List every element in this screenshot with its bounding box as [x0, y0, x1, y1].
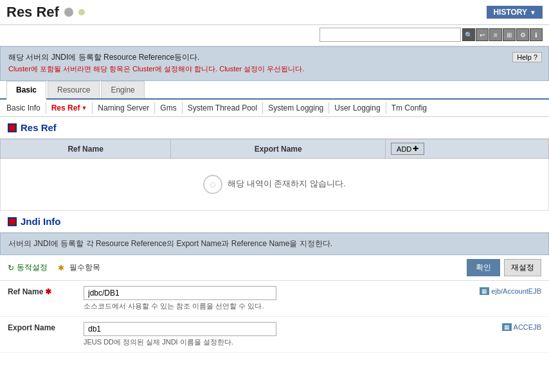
- sub-nav: Basic Info Res Ref ▼ Naming Server Gms S…: [0, 100, 549, 117]
- col-export-name: Export Name: [171, 139, 386, 159]
- ref-name-input-area: 소스코드에서 사용할 수 있는 참조 이름을 선언할 수 있다.: [84, 285, 433, 312]
- dynamic-label: 동적설정: [17, 262, 48, 273]
- jndi-info-bar: 서버의 JNDI에 등록할 각 Resource Reference의 Expo…: [0, 233, 549, 255]
- export-name-side-link[interactable]: ▦ ACCEJB: [502, 323, 541, 331]
- search-input[interactable]: [320, 28, 461, 42]
- info-line2: Cluster에 포함될 서버라면 해당 항목은 Cluster에 설정해야 합…: [8, 64, 541, 74]
- dot-icon-1: [64, 8, 73, 17]
- jndi-icon: [8, 217, 17, 226]
- res-ref-table: Ref Name Export Name ADD ✚ ○ 해: [0, 139, 549, 211]
- subnav-system-thread-pool[interactable]: System Thread Pool: [183, 102, 264, 114]
- empty-text: 해당 내역이 존재하지 않습니다.: [228, 179, 345, 188]
- header-right: HISTORY ▼: [487, 6, 543, 19]
- subnav-naming-server[interactable]: Naming Server: [93, 102, 155, 114]
- subnav-arrow-icon: ▼: [81, 105, 87, 111]
- grid-icon[interactable]: ⊞: [503, 28, 516, 41]
- form-toolbar-left: ↻ 동적설정 ✱ 필수항목: [8, 262, 100, 273]
- subnav-basic-info[interactable]: Basic Info: [6, 102, 46, 114]
- res-ref-section: Res Ref Ref Name Export Name ADD ✚: [0, 117, 549, 211]
- refresh-icon[interactable]: ↩: [476, 28, 489, 41]
- jndi-title: Jndi Info: [21, 216, 61, 227]
- refresh-small-icon: ↻: [8, 263, 14, 272]
- header: Res Ref HISTORY ▼: [0, 0, 549, 25]
- export-name-label: Export Name: [0, 321, 84, 335]
- ref-name-label: Ref Name ✱: [0, 285, 84, 299]
- ref-name-hint: 소스코드에서 사용할 수 있는 참조 이름을 선언할 수 있다.: [84, 301, 433, 311]
- tab-engine[interactable]: Engine: [101, 81, 144, 98]
- history-label: HISTORY: [493, 8, 527, 17]
- export-name-hint: JEUS DD에 정의된 실제 JNDI 이름을 설정한다.: [84, 337, 433, 347]
- subnav-res-ref[interactable]: Res Ref ▼: [46, 102, 93, 114]
- info-banner: Help ? 해당 서버의 JNDI에 등록할 Resource Referen…: [0, 46, 549, 81]
- list-icon[interactable]: ≡: [489, 28, 502, 41]
- form-toolbar-right: 확인 재설정: [467, 259, 541, 276]
- dot-icon-2: [78, 9, 85, 15]
- subnav-user-logging[interactable]: User Logging: [329, 102, 386, 114]
- ref-name-required-icon: ✱: [45, 287, 51, 296]
- export-name-label-text: Export Name: [8, 323, 55, 332]
- tab-resource[interactable]: Resource: [48, 81, 100, 98]
- col-ref-name: Ref Name: [1, 139, 171, 159]
- reset-button[interactable]: 재설정: [504, 259, 541, 276]
- tab-bar: Basic Resource Engine: [0, 81, 549, 100]
- jndi-section: Jndi Info 서버의 JNDI에 등록할 각 Resource Refer…: [0, 211, 549, 353]
- required-icon: ✱: [58, 263, 64, 272]
- form-row-export-name: Export Name JEUS DD에 정의된 실제 JNDI 이름을 설정한…: [0, 317, 549, 353]
- ref-name-side: ▦ ejb/AccountEJB: [433, 285, 549, 295]
- export-name-input-area: JEUS DD에 정의된 실제 JNDI 이름을 설정한다.: [84, 321, 433, 348]
- info-icon[interactable]: ℹ: [530, 28, 543, 41]
- empty-message-cell: ○ 해당 내역이 존재하지 않습니다.: [1, 159, 549, 211]
- ref-name-label-text: Ref Name: [8, 287, 43, 296]
- ref-name-side-label: ejb/AccountEJB: [491, 287, 541, 295]
- add-button[interactable]: ADD ✚: [391, 143, 424, 155]
- title-text: Res Ref: [6, 4, 59, 21]
- res-ref-header: Res Ref: [0, 117, 549, 139]
- res-ref-icon: [8, 123, 17, 132]
- add-label: ADD: [397, 145, 411, 153]
- dynamic-setting[interactable]: ↻ 동적설정: [8, 262, 48, 273]
- subnav-res-ref-label: Res Ref: [51, 103, 80, 112]
- export-name-side: ▦ ACCEJB: [433, 321, 549, 331]
- export-name-input[interactable]: [84, 322, 276, 336]
- subnav-tm-config[interactable]: Tm Config: [386, 102, 432, 114]
- res-ref-title: Res Ref: [21, 122, 57, 133]
- col-add: ADD ✚: [386, 139, 549, 159]
- required-label: 필수항목: [69, 262, 100, 273]
- form-toolbar: ↻ 동적설정 ✱ 필수항목 확인 재설정: [0, 255, 549, 281]
- history-arrow-icon: ▼: [530, 9, 536, 16]
- link-icon-1: ▦: [502, 323, 512, 331]
- page-title: Res Ref: [6, 4, 85, 21]
- config-icon[interactable]: ⚙: [516, 28, 529, 41]
- empty-message: ○ 해당 내역이 존재하지 않습니다.: [6, 162, 543, 207]
- ref-name-input[interactable]: [84, 286, 276, 300]
- history-button[interactable]: HISTORY ▼: [487, 6, 543, 19]
- tab-basic[interactable]: Basic: [6, 81, 46, 100]
- search-icon[interactable]: 🔍: [462, 28, 475, 41]
- jndi-header: Jndi Info: [0, 211, 549, 233]
- export-name-side-label: ACCEJB: [514, 323, 541, 331]
- jndi-info-text: 서버의 JNDI에 등록할 각 Resource Reference의 Expo…: [8, 239, 332, 248]
- form-row-ref-name: Ref Name ✱ 소스코드에서 사용할 수 있는 참조 이름을 선언할 수 …: [0, 281, 549, 317]
- search-icons: 🔍 ↩ ≡ ⊞ ⚙ ℹ: [462, 28, 543, 41]
- search-bar: 🔍 ↩ ≡ ⊞ ⚙ ℹ: [0, 25, 549, 46]
- subnav-gms[interactable]: Gms: [155, 102, 182, 114]
- confirm-button[interactable]: 확인: [467, 259, 500, 276]
- empty-icon: ○: [203, 175, 222, 194]
- link-icon-0: ▦: [480, 287, 489, 295]
- add-icon: ✚: [413, 145, 419, 153]
- subnav-system-logging[interactable]: System Logging: [263, 102, 329, 114]
- page-wrapper: Res Ref HISTORY ▼ 🔍 ↩ ≡ ⊞ ⚙ ℹ Help ? 해당 …: [0, 0, 549, 392]
- ref-name-side-link[interactable]: ▦ ejb/AccountEJB: [480, 287, 541, 295]
- info-line1: 해당 서버의 JNDI에 등록할 Resource Reference등이다.: [8, 52, 541, 63]
- help-button[interactable]: Help ?: [512, 52, 542, 62]
